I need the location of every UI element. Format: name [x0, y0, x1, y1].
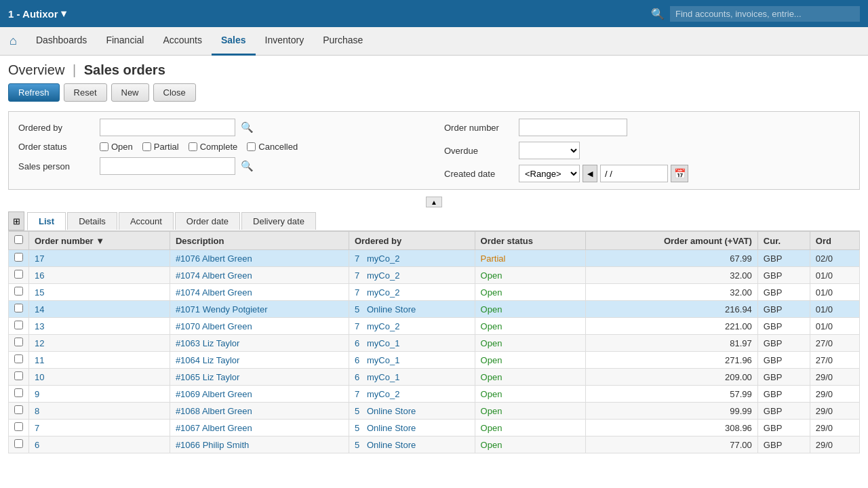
- ordered-by-co-link[interactable]: myCo_2: [367, 389, 399, 399]
- ordered-by-num-link[interactable]: 6: [355, 355, 359, 365]
- row-checkbox[interactable]: [14, 338, 23, 346]
- tab-delivery-date[interactable]: Delivery date: [241, 212, 316, 230]
- tab-order-date[interactable]: Order date: [175, 212, 240, 230]
- description-link[interactable]: #1074 Albert Green: [176, 287, 252, 298]
- status-partial-checkbox-label[interactable]: Partial: [142, 142, 179, 152]
- col-order-status[interactable]: Order status: [475, 232, 585, 250]
- ordered-by-num-link[interactable]: 6: [355, 372, 359, 382]
- order-number-link[interactable]: 14: [35, 304, 44, 314]
- row-checkbox[interactable]: [14, 270, 23, 279]
- app-title[interactable]: 1 - Autixor ▾: [8, 7, 66, 20]
- tab-account[interactable]: Account: [119, 212, 174, 230]
- ordered-by-num-link[interactable]: 7: [355, 287, 359, 298]
- row-checkbox[interactable]: [14, 253, 23, 262]
- order-number-link[interactable]: 15: [35, 287, 44, 298]
- date-value-input[interactable]: [600, 165, 668, 182]
- description-link[interactable]: #1070 Albert Green: [176, 321, 252, 331]
- status-open-checkbox-label[interactable]: Open: [100, 142, 133, 152]
- calendar-button[interactable]: 📅: [671, 165, 688, 182]
- status-complete-checkbox-label[interactable]: Complete: [189, 142, 238, 152]
- description-link[interactable]: #1064 Liz Taylor: [176, 355, 239, 365]
- ordered-by-num-link[interactable]: 5: [355, 423, 359, 433]
- date-range-select[interactable]: <Range>: [519, 165, 580, 182]
- order-number-link[interactable]: 11: [35, 355, 44, 365]
- ordered-by-co-link[interactable]: myCo_2: [367, 287, 399, 298]
- col-currency[interactable]: Cur.: [757, 232, 810, 250]
- row-checkbox[interactable]: [14, 354, 23, 363]
- ordered-by-input[interactable]: [100, 119, 235, 136]
- description-link[interactable]: #1069 Albert Green: [176, 389, 252, 399]
- ordered-by-co-link[interactable]: Online Store: [367, 304, 416, 314]
- description-link[interactable]: #1068 Albert Green: [176, 406, 252, 416]
- refresh-button[interactable]: Refresh: [8, 83, 60, 102]
- home-nav-button[interactable]: ⌂: [5, 30, 21, 52]
- order-number-input[interactable]: [519, 119, 627, 136]
- order-number-link[interactable]: 12: [35, 338, 44, 348]
- ordered-by-num-link[interactable]: 7: [355, 253, 359, 264]
- row-checkbox[interactable]: [14, 321, 23, 329]
- row-checkbox[interactable]: [14, 405, 23, 414]
- ordered-by-num-link[interactable]: 7: [355, 321, 359, 331]
- order-number-link[interactable]: 9: [35, 389, 39, 399]
- tab-list[interactable]: List: [27, 212, 66, 230]
- ordered-by-co-link[interactable]: myCo_2: [367, 321, 399, 331]
- tab-details[interactable]: Details: [67, 212, 117, 230]
- description-link[interactable]: #1071 Wendy Potgieter: [176, 304, 268, 314]
- nav-item-inventory[interactable]: Inventory: [256, 27, 314, 56]
- description-link[interactable]: #1074 Albert Green: [176, 270, 252, 281]
- description-link[interactable]: #1076 Albert Green: [176, 253, 252, 264]
- order-number-link[interactable]: 10: [35, 372, 44, 382]
- order-number-link[interactable]: 6: [35, 440, 39, 450]
- status-open-checkbox[interactable]: [100, 142, 108, 151]
- row-checkbox[interactable]: [14, 371, 23, 380]
- order-number-link[interactable]: 7: [35, 423, 39, 433]
- status-cancelled-checkbox-label[interactable]: Cancelled: [247, 142, 298, 152]
- ordered-by-search-button[interactable]: 🔍: [238, 120, 256, 135]
- select-all-checkbox[interactable]: [14, 235, 23, 244]
- row-checkbox[interactable]: [14, 287, 23, 296]
- col-order-amount[interactable]: Order amount (+VAT): [585, 232, 757, 250]
- row-checkbox[interactable]: [14, 388, 23, 397]
- description-link[interactable]: #1067 Albert Green: [176, 423, 252, 433]
- ordered-by-num-link[interactable]: 6: [355, 338, 359, 348]
- order-number-link[interactable]: 17: [35, 253, 44, 264]
- col-description[interactable]: Description: [170, 232, 349, 250]
- reset-button[interactable]: Reset: [64, 83, 107, 102]
- description-link[interactable]: #1066 Philip Smith: [176, 440, 249, 450]
- new-button[interactable]: New: [111, 83, 149, 102]
- tab-expand-button[interactable]: ⊞: [8, 211, 24, 230]
- ordered-by-num-link[interactable]: 5: [355, 304, 359, 314]
- ordered-by-co-link[interactable]: Online Store: [367, 423, 416, 433]
- nav-item-dashboards[interactable]: Dashboards: [26, 27, 97, 56]
- sales-person-input[interactable]: [100, 157, 235, 175]
- nav-item-sales[interactable]: Sales: [212, 27, 256, 56]
- order-number-link[interactable]: 16: [35, 270, 44, 281]
- col-ord[interactable]: Ord: [810, 232, 859, 250]
- nav-item-financial[interactable]: Financial: [96, 27, 153, 56]
- ordered-by-co-link[interactable]: myCo_1: [367, 372, 399, 382]
- nav-item-accounts[interactable]: Accounts: [153, 27, 212, 56]
- status-complete-checkbox[interactable]: [189, 142, 197, 151]
- ordered-by-num-link[interactable]: 7: [355, 389, 359, 399]
- overdue-select[interactable]: [519, 142, 580, 159]
- ordered-by-num-link[interactable]: 5: [355, 406, 359, 416]
- global-search-input[interactable]: [670, 6, 860, 22]
- ordered-by-co-link[interactable]: myCo_2: [367, 270, 399, 281]
- ordered-by-co-link[interactable]: myCo_2: [367, 253, 399, 264]
- ordered-by-co-link[interactable]: myCo_1: [367, 338, 399, 348]
- row-checkbox[interactable]: [14, 439, 23, 448]
- col-ordered-by[interactable]: Ordered by: [349, 232, 475, 250]
- close-button[interactable]: Close: [153, 83, 196, 102]
- ordered-by-co-link[interactable]: Online Store: [367, 440, 416, 450]
- col-order-number[interactable]: Order number ▼: [29, 232, 170, 250]
- sales-person-search-button[interactable]: 🔍: [238, 159, 256, 174]
- description-link[interactable]: #1063 Liz Taylor: [176, 338, 239, 348]
- description-link[interactable]: #1065 Liz Taylor: [176, 372, 239, 382]
- nav-item-purchase[interactable]: Purchase: [313, 27, 372, 56]
- status-cancelled-checkbox[interactable]: [247, 142, 256, 151]
- status-partial-checkbox[interactable]: [142, 142, 151, 151]
- ordered-by-num-link[interactable]: 7: [355, 270, 359, 281]
- ordered-by-num-link[interactable]: 5: [355, 440, 359, 450]
- order-number-link[interactable]: 13: [35, 321, 44, 331]
- row-checkbox[interactable]: [14, 422, 23, 431]
